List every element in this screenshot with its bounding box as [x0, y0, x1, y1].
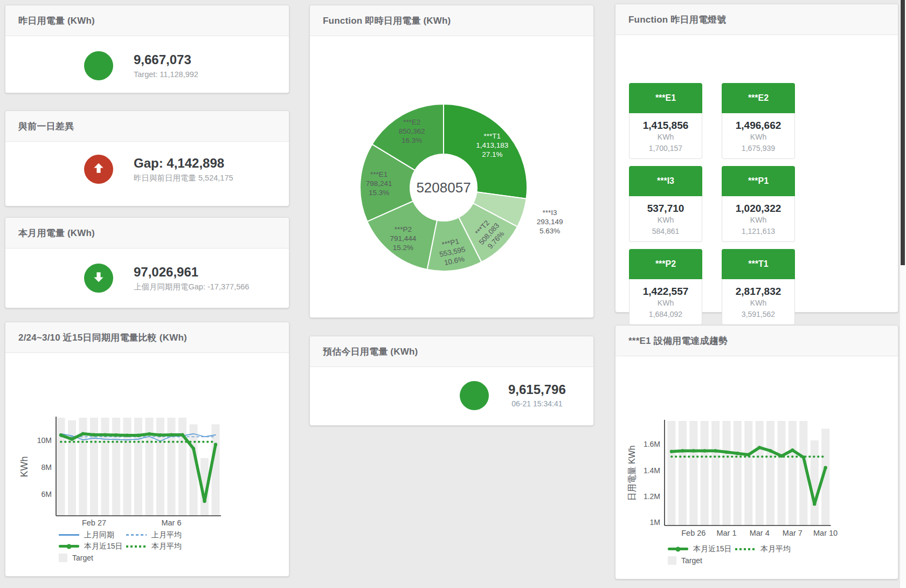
target-bar [756, 421, 764, 525]
card-lights-header: Function 昨日用電燈號 [615, 4, 898, 35]
target-bar [68, 420, 76, 516]
legend-swatch-square-icon [668, 556, 676, 565]
light-tile-5: ***P21,422,557KWh1,684,092 [629, 249, 702, 325]
legend-item-dash[interactable]: 上月平均 [126, 530, 182, 540]
series-point[interactable] [126, 434, 129, 437]
realtime-usage-donut[interactable]: ***T11,413,18327.1%***I3293,1495.63%***T… [310, 36, 594, 316]
light-tile-name: ***T1 [722, 249, 795, 279]
card-forecast-title: 預估今日用電量 (KWh) [323, 347, 418, 357]
y-tick-label: 1.4M [644, 466, 660, 475]
series-point[interactable] [148, 432, 151, 435]
light-tile-unit: KWh [630, 215, 702, 226]
target-bar [811, 440, 819, 525]
series-point[interactable] [114, 433, 117, 437]
card-e1-trend-title: ***E1 設備用電達成趨勢 [628, 336, 728, 346]
target-bar [57, 418, 65, 516]
legend-label: Target [681, 556, 702, 565]
series-point[interactable] [692, 449, 695, 452]
card-compare-header: 2/24~3/10 近15日同期用電量比較 (KWh) [5, 322, 289, 353]
card-day-gap: 與前一日差異 Gap: 4,142,898 昨日與前日用電量 5,524,175 [5, 110, 289, 206]
series-point[interactable] [136, 434, 140, 437]
target-bar [679, 421, 687, 525]
series-point[interactable] [103, 433, 107, 437]
status-circle-green [84, 51, 113, 80]
legend-item-line[interactable]: 上月同期 [59, 530, 126, 540]
x-tick-label: Mar 7 [783, 529, 803, 537]
light-tile-value: 1,496,662 [722, 120, 794, 132]
card-yesterday-header: 昨日用電量 (KWh) [5, 5, 289, 36]
light-tile-name: ***E2 [722, 83, 795, 113]
y-tick-label: 10M [37, 436, 52, 445]
status-circle-red [84, 155, 113, 184]
series-point[interactable] [158, 433, 162, 437]
series-point[interactable] [813, 502, 816, 506]
legend-label: 本月近15日 [84, 542, 123, 551]
day-gap-value: Gap: 4,142,898 [134, 156, 233, 170]
light-tile-name: ***E1 [629, 83, 702, 113]
up-arrow-icon [92, 161, 106, 177]
series-point[interactable] [725, 451, 728, 454]
target-bar [789, 421, 797, 525]
series-point[interactable] [181, 433, 184, 437]
legend-label: 本月平均 [760, 544, 791, 554]
series-point[interactable] [758, 446, 761, 449]
series-point[interactable] [824, 466, 827, 469]
compare-usage-chart[interactable]: 6M8M10MFeb 27Mar 6KWh [5, 353, 290, 531]
target-bar [90, 418, 98, 516]
series-point[interactable] [203, 500, 206, 503]
light-tile-unit: KWh [630, 298, 702, 309]
legend-item-dots[interactable]: 本月平均 [126, 542, 182, 551]
light-tile-value: 1,020,322 [722, 203, 794, 215]
compare-chart-legend: 上月同期上月平均本月近15日本月平均Target [59, 529, 182, 563]
series-point[interactable] [714, 449, 717, 452]
legend-swatch-thick-icon [59, 545, 79, 548]
legend-item-thick[interactable]: 本月近15日 [59, 542, 126, 551]
yesterday-usage-value: 9,667,073 [134, 53, 198, 67]
series-point[interactable] [703, 449, 706, 452]
e1-trend-legend: 本月近15日本月平均Target [668, 543, 791, 566]
series-point[interactable] [214, 443, 217, 446]
day-gap-subtext: 昨日與前日用電量 5,524,175 [134, 173, 233, 183]
target-bar [190, 424, 198, 516]
series-point[interactable] [681, 449, 684, 452]
light-tile-values: 537,710KWh584,861 [629, 196, 702, 242]
series-point[interactable] [81, 432, 85, 435]
card-yesterday-title: 昨日用電量 (KWh) [18, 16, 95, 26]
y-tick-label: 1.2M [644, 492, 660, 501]
series-point[interactable] [92, 433, 95, 437]
legend-label: 本月平均 [151, 542, 182, 551]
target-bar [778, 421, 786, 525]
e1-trend-chart[interactable]: 1M1.2M1.4M1.6MFeb 26Mar 1Mar 4Mar 7Mar 1… [615, 356, 899, 545]
forecast-timestamp: 06-21 15:34:41 [508, 399, 566, 408]
card-forecast-header: 預估今日用電量 (KWh) [310, 336, 593, 367]
legend-item-dots[interactable]: 本月平均 [735, 544, 791, 554]
card-day-gap-title: 與前一日差異 [18, 121, 74, 132]
legend-swatch-thick-icon [668, 548, 688, 550]
target-bar [156, 418, 164, 516]
series-point[interactable] [736, 452, 739, 455]
light-tile-unit: KWh [722, 298, 794, 309]
month-usage-gap: 上個月同期用電Gap: -17,377,566 [134, 282, 249, 292]
series-point[interactable] [170, 433, 173, 437]
target-bar [668, 421, 676, 525]
series-point[interactable] [791, 448, 794, 452]
down-arrow-icon [92, 270, 106, 286]
light-tile-values: 2,817,832KWh3,591,562 [722, 279, 795, 325]
series-point[interactable] [59, 433, 63, 437]
scrollbar-thumb[interactable] [901, 0, 905, 265]
legend-item-square[interactable]: Target [668, 556, 702, 565]
series-point[interactable] [192, 447, 195, 450]
target-bar [101, 418, 109, 516]
legend-item-square[interactable]: Target [59, 554, 93, 562]
series-point[interactable] [769, 449, 772, 452]
y-tick-label: 8M [42, 463, 52, 472]
light-tile-name: ***P1 [722, 166, 795, 196]
series-point[interactable] [70, 438, 73, 441]
y-tick-label: 6M [42, 490, 52, 499]
x-tick-label: Mar 6 [161, 518, 181, 527]
legend-swatch-line-icon [59, 534, 79, 536]
series-point[interactable] [670, 449, 673, 453]
month-usage-value: 97,026,961 [134, 265, 249, 279]
legend-item-thick[interactable]: 本月近15日 [668, 544, 735, 554]
target-bar [123, 418, 132, 516]
